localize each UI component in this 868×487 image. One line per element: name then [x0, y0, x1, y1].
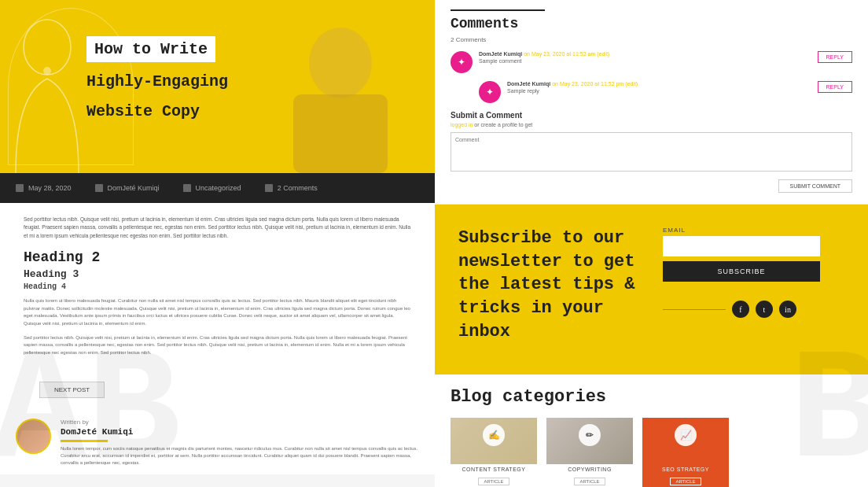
hero-title-line2: Highly-Engaging — [86, 72, 228, 90]
body-main: Nulla quis lorem ut libero malesuada feu… — [24, 297, 411, 327]
avatar-star-icon: ✦ — [458, 57, 465, 68]
newsletter-title: Subscribe to our newsletter to get the l… — [458, 227, 647, 343]
newsletter-text: Subscribe to our newsletter to get the l… — [458, 227, 647, 356]
cat-btn-1[interactable]: ARTICLE — [478, 478, 509, 485]
newsletter-layout: Subscribe to our newsletter to get the l… — [458, 227, 844, 356]
avatar-star-icon-2: ✦ — [486, 87, 494, 98]
category-card-1[interactable]: ✍ Content Strategy ARTICLE — [451, 418, 537, 487]
hero-image — [246, 0, 435, 173]
facebook-icon[interactable]: f — [732, 301, 749, 318]
comment-avatar-1: ✦ — [451, 51, 473, 73]
social-icons: f t in — [663, 301, 844, 318]
meta-date: May 28, 2020 — [16, 184, 72, 192]
comment-text-2: Sample reply — [507, 88, 811, 94]
svg-point-3 — [43, 67, 51, 75]
submit-title: Submit a Comment — [451, 111, 852, 120]
comment-meta-1: DomJeté Kumiqi on May 23, 2020 at 11:52 … — [479, 51, 811, 57]
cat-icon-1: ✍ — [483, 424, 505, 446]
subscribe-button[interactable]: SUBSCRIBE — [663, 261, 820, 282]
cat-bg-2: ✏ — [546, 418, 633, 471]
user-icon — [95, 184, 103, 192]
heading-2: Heading 2 — [24, 249, 411, 265]
meta-bar: May 28, 2020 DomJeté Kumiqi Uncategorize… — [0, 173, 435, 203]
cat-icon-2: ✏ — [579, 424, 601, 446]
comment-meta-2: DomJeté Kumiqi on May 23, 2020 at 11:52 … — [507, 81, 811, 87]
comment-text-1: Sample comment — [479, 58, 811, 64]
comment-body-2: DomJeté Kumiqi on May 23, 2020 at 11:52 … — [507, 81, 811, 94]
svg-point-0 — [309, 28, 372, 98]
cat-label-1: Content Strategy ARTICLE — [451, 464, 537, 487]
twitter-icon[interactable]: t — [756, 301, 773, 318]
divider-line — [663, 309, 726, 310]
comment-body-1: DomJeté Kumiqi on May 23, 2020 at 11:52 … — [479, 51, 811, 64]
comments-section: Comments 2 Comments ✦ DomJeté Kumiqi on … — [435, 0, 868, 205]
cat-name-2: Copywriting — [550, 467, 630, 472]
email-input[interactable] — [663, 236, 820, 256]
meta-author: DomJeté Kumiqi — [95, 184, 160, 192]
watermark-ab: AB — [0, 324, 181, 487]
cat-icon-3: 📈 — [675, 424, 697, 446]
cat-label-2: Copywriting ARTICLE — [546, 464, 633, 487]
hero-section: How to Write Highly-Engaging Website Cop… — [0, 0, 435, 173]
instagram-icon[interactable]: in — [779, 301, 796, 318]
login-anchor[interactable]: logged in — [451, 122, 473, 127]
comment-item-2: ✦ DomJeté Kumiqi on May 23, 2020 at 11:5… — [479, 81, 852, 103]
cat-bg-1: ✍ — [451, 418, 537, 471]
cat-name-1: Content Strategy — [454, 467, 534, 472]
meta-category: Uncategorized — [183, 184, 241, 192]
svg-rect-1 — [293, 94, 388, 173]
cat-btn-2[interactable]: ARTICLE — [574, 478, 605, 485]
edit-link-2[interactable]: (edit) — [625, 81, 638, 87]
comment-item-1: ✦ DomJeté Kumiqi on May 23, 2020 at 11:5… — [451, 51, 852, 73]
comments-title: Comments — [451, 16, 852, 31]
comments-count: 2 Comments — [451, 36, 852, 43]
newsletter-form: EMAIL SUBSCRIBE f t in — [663, 227, 844, 318]
cat-name-3: SEO Strategy — [645, 467, 726, 472]
hero-title-2: Highly-Engaging — [86, 72, 228, 90]
tag-icon — [183, 184, 191, 192]
category-card-2[interactable]: ✏ Copywriting ARTICLE — [546, 418, 633, 487]
submit-comment-button[interactable]: SUBMIT COMMENT — [778, 179, 852, 193]
comment-avatar-2: ✦ — [479, 81, 501, 103]
login-link: logged in or create a profile to get — [451, 122, 852, 127]
reply-button-1[interactable]: REPLY — [818, 51, 852, 63]
hero-title-line3: Website Copy — [86, 102, 200, 120]
hero-title-bg: How to Write — [86, 36, 215, 62]
reply-button-2[interactable]: REPLY — [818, 81, 852, 93]
body-intro: Sed porttitor lectus nibh. Quisque velit… — [24, 216, 411, 240]
right-panel: Comments 2 Comments ✦ DomJeté Kumiqi on … — [435, 0, 868, 487]
title-underline — [451, 9, 545, 11]
hero-title-line1: How to Write — [94, 40, 208, 58]
svg-point-2 — [24, 20, 71, 75]
cat-bg-3: 📈 — [642, 418, 729, 471]
meta-comments: 2 Comments — [265, 184, 318, 192]
comment-textarea[interactable] — [451, 132, 852, 172]
hero-title-3: Website Copy — [86, 102, 200, 120]
submit-comment-section: Submit a Comment logged in or create a p… — [451, 111, 852, 193]
cat-btn-3[interactable]: ARTICLE — [670, 478, 701, 485]
cat-label-3: SEO Strategy ARTICLE — [642, 464, 729, 487]
comment-icon — [265, 184, 273, 192]
category-card-3[interactable]: 📈 SEO Strategy ARTICLE — [642, 418, 729, 487]
left-panel: How to Write Highly-Engaging Website Cop… — [0, 0, 435, 487]
email-label: EMAIL — [663, 227, 844, 234]
heading-4: Heading 4 — [24, 282, 411, 291]
edit-link-1[interactable]: (edit) — [597, 51, 609, 57]
hero-outline-figure — [0, 0, 94, 173]
watermark-b: B — [789, 324, 868, 487]
calendar-icon — [16, 184, 24, 192]
heading-3: Heading 3 — [24, 268, 411, 280]
